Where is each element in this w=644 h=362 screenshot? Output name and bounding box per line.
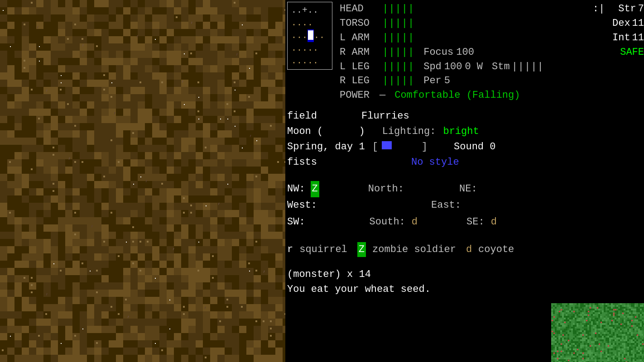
mini-map xyxy=(551,303,644,362)
int-val: 11 xyxy=(632,31,644,45)
sound-bar-empty xyxy=(395,139,418,155)
lleg-hp-bars: ||||| xyxy=(376,60,414,74)
stm-bars: ||||| xyxy=(512,60,544,74)
head-diagram: ..+.. xyxy=(291,4,318,17)
torso-label: TORSO xyxy=(340,16,376,31)
power-label: POWER xyxy=(340,88,376,103)
torso-mid-row: ...█.. xyxy=(291,29,328,42)
stats-section: HEAD ||||| :| Str 7 TORSO ||||| Dex 11 L… xyxy=(340,2,644,103)
west-label: West: xyxy=(287,197,317,214)
focus-label: Focus xyxy=(423,45,453,60)
ne-label: NE: xyxy=(459,181,477,197)
torso-stats-row: TORSO ||||| Dex 11 xyxy=(340,16,644,31)
game-container: ..+.. .... ...█.. ..... ..... HEAD ||||| xyxy=(0,0,644,362)
torso-hp-bars: ||||| xyxy=(376,16,414,31)
rleg-stats-row: R LEG ||||| Per 5 xyxy=(340,74,644,88)
torso-dots-left: .... xyxy=(291,18,313,28)
lleg-label: L LEG xyxy=(340,60,376,74)
zombie-char: Z xyxy=(357,242,366,257)
compass-section: NW: Z North: NE: West: East: SW: South: … xyxy=(287,181,644,230)
arm-row2: ..... xyxy=(291,55,328,67)
arm-dots: ..... xyxy=(291,43,318,53)
season-text: Spring, day 1 xyxy=(287,139,365,155)
sound-label: Sound 0 xyxy=(454,139,495,155)
safe-status: SAFE xyxy=(620,45,644,60)
se-val: d xyxy=(491,214,497,230)
msg2-text: You eat your wheat seed. xyxy=(287,284,431,295)
location-label: field xyxy=(287,109,317,124)
season-row: Spring, day 1 [ ] Sound 0 xyxy=(287,139,644,155)
compass-bot-row: SW: South: d SE: d xyxy=(287,214,644,230)
nearby-section: r squirrel Z zombie soldier d coyote xyxy=(287,242,514,257)
larm-stats-row: L ARM ||||| Int 11 xyxy=(340,31,644,45)
sound-bracket-open: [ xyxy=(372,139,378,155)
head-hp-bars: ||||| xyxy=(376,2,414,16)
nw-label: NW: xyxy=(287,181,305,197)
larm-hp-bars: ||||| xyxy=(376,31,414,45)
weapon-row: fists No style xyxy=(287,155,644,170)
info-section: field Flurries Moon ( ) Lighting: bright… xyxy=(287,109,644,170)
str-val: 7 xyxy=(638,2,644,16)
message-line2: You eat your wheat seed. xyxy=(287,282,644,297)
messages-section: (monster) x 14 You eat your wheat seed. xyxy=(287,267,644,297)
compass-top-row: NW: Z North: NE: xyxy=(287,181,644,197)
arm-row: ..... xyxy=(291,42,328,55)
sound-bar-filled xyxy=(382,141,392,149)
squirrel-label: squirrel xyxy=(299,242,347,257)
lleg-stats-row: L LEG ||||| Spd 100 0 W Stm ||||| xyxy=(340,60,644,74)
larm-label: L ARM xyxy=(340,31,376,45)
power-dash: — xyxy=(380,88,385,103)
per-val: 5 xyxy=(444,74,450,88)
arm-dots2: ..... xyxy=(291,56,318,66)
squirrel-char: r xyxy=(287,242,293,257)
int-label: Int xyxy=(612,31,630,45)
message-line1: (monster) x 14 xyxy=(287,267,644,282)
per-label: Per xyxy=(423,74,442,88)
rarm-stats-row: R ARM ||||| Focus 100 SAFE xyxy=(340,45,644,60)
map-area xyxy=(0,0,285,362)
weather-row: field Flurries xyxy=(287,109,644,124)
style-label: No style xyxy=(411,155,459,170)
str-label: Str xyxy=(618,2,636,16)
weapon-text: fists xyxy=(287,155,317,170)
rarm-label: R ARM xyxy=(340,45,376,60)
lighting-label: Lighting: xyxy=(382,124,436,139)
colon-separator: :| xyxy=(593,2,605,16)
head-stats-row: HEAD ||||| :| Str 7 xyxy=(340,2,644,16)
north-label: North: xyxy=(368,181,404,197)
head-label: HEAD xyxy=(340,2,376,16)
stm-label: Stm xyxy=(492,60,510,74)
compass-mid-row: West: East: xyxy=(287,197,644,214)
coyote-label: coyote xyxy=(478,242,514,257)
focus-val: 100 xyxy=(456,45,474,60)
body-diagram: ..+.. .... ...█.. ..... ..... xyxy=(287,2,332,70)
torso-left-dots: ... xyxy=(291,30,308,41)
east-label: East: xyxy=(431,197,461,214)
lighting-val: bright xyxy=(443,124,479,139)
moon-row: Moon ( ) Lighting: bright xyxy=(287,124,644,139)
nearby-row: r squirrel Z zombie soldier d coyote xyxy=(287,242,514,257)
dex-label: Dex xyxy=(612,16,630,31)
msg1-text: (monster) x 14 xyxy=(287,269,371,280)
sound-bracket-close: ] xyxy=(422,139,428,155)
head-row: ..+.. xyxy=(291,4,328,17)
spd-label: Spd xyxy=(423,60,442,74)
torso-blue: █ xyxy=(308,29,314,42)
torso-row: .... xyxy=(291,17,328,29)
spd-val: 100 xyxy=(444,60,462,74)
game-map xyxy=(0,0,285,362)
condition-text: Comfortable (Falling) xyxy=(394,88,520,103)
spd-dir: 0 W xyxy=(465,60,483,74)
rarm-hp-bars: ||||| xyxy=(376,45,414,60)
ui-panel: ..+.. .... ...█.. ..... ..... HEAD ||||| xyxy=(285,0,644,362)
rleg-hp-bars: ||||| xyxy=(376,74,414,88)
nw-val: Z xyxy=(311,181,319,197)
weather-text: Flurries xyxy=(361,109,409,124)
power-stats-row: POWER — Comfortable (Falling) xyxy=(340,88,644,103)
rleg-label: R LEG xyxy=(340,74,376,88)
south-label: South: xyxy=(370,214,405,230)
south-val: d xyxy=(412,214,418,230)
dex-val: 11 xyxy=(632,16,644,31)
zombie-label: zombie soldier xyxy=(372,242,456,257)
coyote-char: d xyxy=(466,242,472,257)
